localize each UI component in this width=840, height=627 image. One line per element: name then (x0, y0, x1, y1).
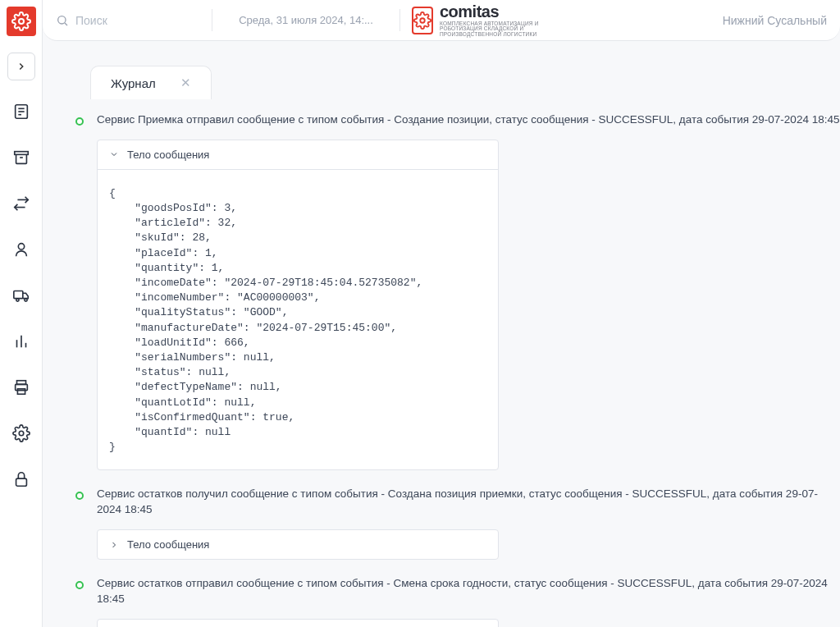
accordion-label: Тело сообщения (127, 149, 209, 161)
sidebar-expand-button[interactable] (7, 53, 35, 80)
brand: comitas КОМПЛЕКСНАЯ АВТОМАТИЗАЦИЯ И РОБО… (400, 3, 581, 38)
accordion: Тело сообщения { "goodsPosId": 3, "artic… (97, 140, 499, 470)
log-entry: Сервис Приемка отправил сообщение с типо… (75, 112, 840, 470)
sidebar (0, 0, 43, 627)
svg-rect-8 (14, 291, 23, 299)
search-input[interactable] (75, 14, 190, 27)
svg-line-20 (65, 23, 67, 25)
accordion-header[interactable]: Тело сообщения (98, 620, 498, 627)
tab-journal[interactable]: Журнал ✕ (90, 66, 212, 99)
status-dot-icon (75, 581, 84, 589)
svg-point-19 (58, 16, 66, 23)
topbar: Среда, 31 июля 2024, 14:... comitas КОМП… (43, 0, 840, 41)
sidebar-item-journal[interactable] (7, 97, 36, 126)
chevron-right-icon (109, 540, 119, 550)
brand-name: comitas (440, 3, 581, 20)
log-entry: Сервис остатков получил сообщение с типо… (75, 487, 840, 560)
svg-point-9 (16, 299, 19, 301)
date-display: Среда, 31 июля 2024, 14:... (212, 9, 400, 31)
sidebar-item-stats[interactable] (7, 327, 36, 356)
svg-point-21 (420, 18, 425, 23)
status-dot-icon (75, 492, 84, 500)
sidebar-item-settings[interactable] (7, 419, 36, 448)
close-icon[interactable]: ✕ (180, 76, 191, 90)
log-title: Сервис остатков отправил сообщение с тип… (97, 576, 840, 607)
chevron-down-icon (109, 149, 119, 159)
sidebar-item-user[interactable] (7, 235, 36, 264)
svg-rect-5 (15, 152, 29, 155)
svg-rect-16 (17, 389, 25, 394)
tab-label: Журнал (111, 76, 156, 90)
brand-tagline: КОМПЛЕКСНАЯ АВТОМАТИЗАЦИЯ И РОБОТИЗАЦИЯ … (440, 21, 581, 38)
accordion-header[interactable]: Тело сообщения (98, 530, 498, 559)
svg-point-10 (25, 299, 27, 301)
accordion: Тело сообщения (97, 619, 499, 627)
svg-point-7 (18, 244, 24, 249)
accordion-header[interactable]: Тело сообщения (98, 140, 498, 169)
sidebar-item-archive[interactable] (7, 143, 36, 172)
status-dot-icon (75, 117, 84, 126)
svg-point-0 (19, 19, 24, 24)
accordion-label: Тело сообщения (127, 538, 209, 551)
log-entry: Сервис остатков отправил сообщение с тип… (75, 576, 840, 627)
sidebar-item-lock[interactable] (7, 465, 36, 494)
sidebar-item-transfer[interactable] (7, 189, 36, 218)
log-title: Сервис Приемка отправил сообщение с типо… (97, 112, 840, 128)
search-icon (56, 14, 69, 27)
brand-logo-icon (412, 7, 433, 34)
json-payload: { "goodsPosId": 3, "articleId": 32, "sku… (109, 186, 486, 455)
sidebar-item-print[interactable] (7, 373, 36, 402)
svg-rect-18 (16, 478, 27, 486)
search-box (56, 14, 212, 27)
location-display: Нижний Сусальный (581, 14, 827, 27)
accordion: Тело сообщения (97, 529, 499, 560)
sidebar-item-delivery[interactable] (7, 281, 36, 310)
log-title: Сервис остатков получил сообщение с типо… (97, 487, 840, 518)
svg-point-17 (19, 431, 24, 436)
app-logo (7, 7, 36, 36)
